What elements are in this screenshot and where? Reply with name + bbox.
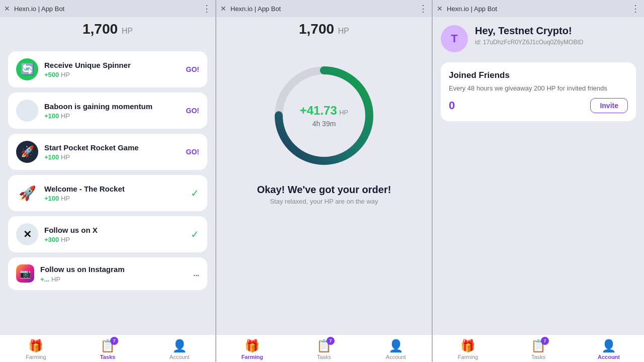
more-icon-3[interactable]: ⋮ xyxy=(631,3,640,14)
task-go-6[interactable]: ... xyxy=(193,269,199,278)
task-go-2[interactable]: GO! xyxy=(186,107,199,115)
task-done-4: ✓ xyxy=(191,187,199,199)
close-icon-1[interactable]: ✕ xyxy=(4,5,10,13)
task-go-1[interactable]: GO! xyxy=(186,65,199,73)
tasks-badge-1: 7 xyxy=(110,337,118,345)
farming-area: +41.73 HP 4h 39m Okay! We've got your or… xyxy=(216,45,432,334)
farming-icon-2: 🎁 xyxy=(245,339,260,353)
task-card-2: Baboon is gaining momentum +100 HP GO! xyxy=(8,93,207,129)
nav-account-3[interactable]: 👤 Account xyxy=(574,339,644,360)
circle-hp-value: +41.73 HP xyxy=(300,104,349,118)
hp-header-2: 1,700 HP xyxy=(216,17,432,45)
nav-tasks-3[interactable]: 📋 7 Tasks xyxy=(503,339,574,360)
task-card-1: 🔄 Receive Unique Spinner +500 HP GO! xyxy=(8,51,207,87)
farming-status: Okay! We've got your order! Stay relaxed… xyxy=(247,176,401,213)
task-icon-6: 📷 xyxy=(16,264,34,283)
task-hp-5: +300 HP xyxy=(44,236,185,243)
tasks-badge-3: 7 xyxy=(541,337,549,345)
nav-farming-label-3: Farming xyxy=(458,354,478,360)
task-hp-4: +100 HP xyxy=(44,195,185,202)
task-title-3: Start Pocket Rocket Game xyxy=(44,143,180,153)
account-icon-1: 👤 xyxy=(172,339,187,353)
tasks-icon-3: 📋 7 xyxy=(531,339,546,353)
tab-bar-2: ✕ Hexn.io | App Bot ⋮ xyxy=(216,0,432,17)
task-info-3: Start Pocket Rocket Game +100 HP xyxy=(44,143,180,161)
task-card-3: 🚀 Start Pocket Rocket Game +100 HP GO! xyxy=(8,134,207,170)
circle-hp-text: +41.73 xyxy=(300,104,337,117)
profile-id: id: 17uDhzFcR0YZ6J1cOuq0Z6yMOBtD xyxy=(475,39,583,46)
farming-status-sub: Stay relaxed, your HP are on the way xyxy=(257,198,391,205)
nav-farming-2[interactable]: 🎁 Farming xyxy=(216,339,288,360)
nav-farming-3[interactable]: 🎁 Farming xyxy=(433,339,503,360)
tasks-badge-2: 7 xyxy=(327,337,335,345)
task-icon-4: 🚀 xyxy=(16,182,38,204)
circle-inner: +41.73 HP 4h 39m xyxy=(300,104,349,128)
panel-account: ✕ Hexn.io | App Bot ⋮ T Hey, Testnet Cry… xyxy=(433,0,644,362)
farming-icon-3: 🎁 xyxy=(460,339,475,353)
nav-account-1[interactable]: 👤 Account xyxy=(143,339,215,360)
invite-button[interactable]: Invite xyxy=(590,98,628,113)
hp-header-1: 1,700 HP xyxy=(0,17,215,45)
panel-farming: ✕ Hexn.io | App Bot ⋮ 1,700 HP xyxy=(216,0,433,362)
account-content: T Hey, Testnet Crypto! id: 17uDhzFcR0YZ6… xyxy=(433,17,644,334)
task-info-5: Follow us on X +300 HP xyxy=(44,225,185,244)
task-info-1: Receive Unique Spinner +500 HP xyxy=(44,60,180,79)
task-hp-3: +100 HP xyxy=(44,153,180,161)
tab-title-1: Hexn.io | App Bot xyxy=(14,5,198,13)
nav-farming-1[interactable]: 🎁 Farming xyxy=(0,339,72,360)
task-card-6: 📷 Follow us on Instagram +... HP ... xyxy=(8,257,207,290)
task-icon-3: 🚀 xyxy=(16,141,38,163)
profile-name: Hey, Testnet Crypto! xyxy=(475,25,583,37)
tab-title-2: Hexn.io | App Bot xyxy=(230,5,415,13)
nav-tasks-2[interactable]: 📋 7 Tasks xyxy=(288,339,360,360)
tasks-icon-2: 📋 7 xyxy=(316,339,332,353)
close-icon-3[interactable]: ✕ xyxy=(437,5,443,13)
task-go-3[interactable]: GO! xyxy=(186,148,199,156)
tab-bar-1: ✕ Hexn.io | App Bot ⋮ xyxy=(0,0,215,17)
nav-tasks-label-1: Tasks xyxy=(100,354,115,360)
hp-value-1: 1,700 xyxy=(83,21,118,37)
friends-row: 0 Invite xyxy=(449,98,628,113)
hp-unit-2: HP xyxy=(338,27,349,35)
task-info-4: Welcome - The Rocket +100 HP xyxy=(44,184,185,203)
nav-account-2[interactable]: 👤 Account xyxy=(360,339,432,360)
nav-farming-label-1: Farming xyxy=(26,354,46,360)
task-title-2: Baboon is gaining momentum xyxy=(44,102,180,112)
close-icon-2[interactable]: ✕ xyxy=(220,5,226,13)
account-icon-3: 👤 xyxy=(601,339,616,353)
account-profile: T Hey, Testnet Crypto! id: 17uDhzFcR0YZ6… xyxy=(441,25,636,52)
bottom-nav-2: 🎁 Farming 📋 7 Tasks 👤 Account xyxy=(216,334,432,362)
task-title-5: Follow us on X xyxy=(44,225,185,235)
friends-card: Joined Friends Every 48 hours we giveawa… xyxy=(441,62,636,121)
task-card-5: ✕ Follow us on X +300 HP ✓ xyxy=(8,216,207,252)
panel-tasks: ✕ Hexn.io | App Bot ⋮ 1,700 HP 🔄 Receive… xyxy=(0,0,216,362)
nav-tasks-1[interactable]: 📋 7 Tasks xyxy=(72,339,144,360)
farming-status-title: Okay! We've got your order! xyxy=(257,184,391,196)
more-icon-1[interactable]: ⋮ xyxy=(202,3,211,14)
friends-count: 0 xyxy=(449,99,455,112)
account-icon-2: 👤 xyxy=(388,339,404,353)
task-info-2: Baboon is gaining momentum +100 HP xyxy=(44,102,180,120)
nav-tasks-label-2: Tasks xyxy=(317,354,331,360)
more-icon-2[interactable]: ⋮ xyxy=(419,3,428,14)
nav-account-label-1: Account xyxy=(170,354,190,360)
task-done-5: ✓ xyxy=(191,228,199,240)
task-hp-6: +... HP xyxy=(40,276,187,283)
circle-hp-unit: HP xyxy=(339,109,348,116)
task-list: 🔄 Receive Unique Spinner +500 HP GO! Bab… xyxy=(0,45,215,334)
avatar: T xyxy=(441,25,468,52)
friends-desc: Every 48 hours we giveaway 200 HP for in… xyxy=(449,84,628,92)
tab-bar-3: ✕ Hexn.io | App Bot ⋮ xyxy=(433,0,644,17)
friends-title: Joined Friends xyxy=(449,70,628,80)
tasks-icon-1: 📋 7 xyxy=(100,339,115,353)
nav-tasks-label-3: Tasks xyxy=(531,354,545,360)
task-title-4: Welcome - The Rocket xyxy=(44,184,185,194)
task-title-1: Receive Unique Spinner xyxy=(44,60,180,70)
task-icon-2 xyxy=(16,100,38,122)
nav-account-label-3: Account xyxy=(598,354,620,360)
task-icon-1: 🔄 xyxy=(16,58,38,80)
farming-icon-1: 🎁 xyxy=(28,339,43,353)
profile-info: Hey, Testnet Crypto! id: 17uDhzFcR0YZ6J1… xyxy=(475,25,583,46)
nav-farming-label-2: Farming xyxy=(242,354,263,360)
nav-account-label-2: Account xyxy=(386,354,406,360)
